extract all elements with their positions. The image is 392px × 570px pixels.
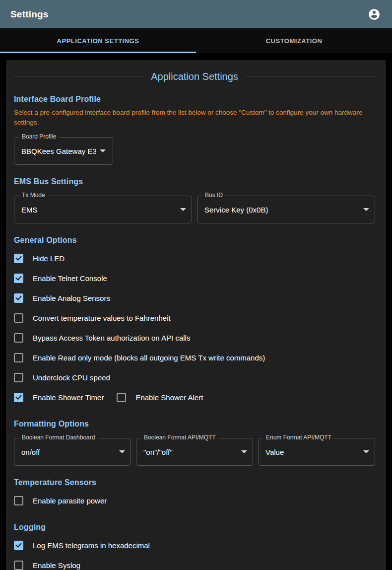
checkbox-shower-timer[interactable]: Enable Shower Timer bbox=[14, 393, 104, 402]
checkbox-icon bbox=[14, 496, 23, 505]
checkbox-icon bbox=[14, 561, 23, 570]
checkbox-icon bbox=[14, 541, 23, 550]
checkbox-icon bbox=[14, 333, 23, 343]
account-button[interactable] bbox=[364, 4, 384, 24]
enum-format-api-select[interactable]: Enum Format API/MQTT Value bbox=[258, 438, 375, 466]
checkbox-enable-telnet-console[interactable]: Enable Telnet Console bbox=[14, 274, 107, 283]
section-temperature-sensors-title: Temperature Sensors bbox=[14, 478, 375, 487]
checkbox-icon bbox=[14, 274, 23, 283]
boolean-format-api-value: "on"/"off" bbox=[143, 448, 173, 456]
checkbox-icon bbox=[14, 313, 23, 323]
section-interface-board-title: Interface Board Profile bbox=[14, 95, 375, 104]
divider-line bbox=[246, 76, 375, 77]
checkbox-convert-fahrenheit[interactable]: Convert temperature values to Fahrenheit bbox=[14, 313, 171, 323]
board-profile-value: BBQKees Gateway E32 bbox=[21, 147, 96, 155]
tx-mode-value: EMS bbox=[21, 206, 38, 214]
app-bar: Settings bbox=[0, 0, 392, 28]
boolean-format-api-label: Boolean Format API/MQTT bbox=[141, 434, 219, 441]
board-profile-label: Board Profile bbox=[19, 133, 59, 140]
divider-line bbox=[14, 76, 143, 77]
checkbox-underclock-cpu[interactable]: Underclock CPU speed bbox=[14, 373, 110, 382]
enum-format-api-label: Enum Format API/MQTT bbox=[263, 434, 334, 441]
checkbox-shower-alert[interactable]: Enable Shower Alert bbox=[117, 393, 203, 402]
section-general-options-title: General Options bbox=[14, 236, 375, 245]
tx-mode-select[interactable]: Tx Mode EMS bbox=[14, 196, 192, 223]
section-ems-bus-title: EMS Bus Settings bbox=[14, 177, 375, 186]
board-profile-select[interactable]: Board Profile BBQKees Gateway E32 bbox=[14, 137, 113, 165]
checkbox-icon bbox=[14, 293, 23, 303]
checkbox-read-only-mode[interactable]: Enable Read only mode (blocks all outgoi… bbox=[14, 353, 265, 362]
account-circle-icon bbox=[368, 8, 381, 21]
section-logging-title: Logging bbox=[14, 523, 375, 532]
checkbox-icon bbox=[14, 373, 23, 382]
checkbox-bypass-access-token[interactable]: Bypass Access Token authorization on API… bbox=[14, 333, 190, 343]
bus-id-value: Service Key (0x0B) bbox=[204, 206, 268, 214]
checkbox-log-hexadecimal[interactable]: Log EMS telegrams in hexadecimal bbox=[14, 541, 150, 550]
boolean-format-dashboard-label: Boolean Format Dashboard bbox=[19, 434, 98, 441]
dropdown-arrow-icon bbox=[100, 149, 106, 152]
interface-board-description: Select a pre-configured interface board … bbox=[14, 108, 375, 128]
tx-mode-label: Tx Mode bbox=[19, 192, 48, 199]
dropdown-arrow-icon bbox=[241, 450, 247, 453]
checkbox-icon bbox=[14, 393, 23, 402]
app-bar-title: Settings bbox=[10, 9, 49, 20]
dropdown-arrow-icon bbox=[180, 208, 186, 211]
boolean-format-api-select[interactable]: Boolean Format API/MQTT "on"/"off" bbox=[136, 438, 253, 466]
boolean-format-dashboard-select[interactable]: Boolean Format Dashboard on/off bbox=[14, 438, 131, 466]
bus-id-select[interactable]: Bus ID Service Key (0x0B) bbox=[197, 196, 375, 223]
card-heading: Application Settings bbox=[14, 71, 375, 82]
tab-application-settings[interactable]: APPLICATION SETTINGS bbox=[0, 28, 196, 53]
section-formatting-options-title: Formatting Options bbox=[14, 420, 375, 428]
enum-format-api-value: Value bbox=[265, 448, 284, 456]
dropdown-arrow-icon bbox=[119, 450, 125, 453]
checkbox-parasite-power[interactable]: Enable parasite power bbox=[14, 496, 107, 505]
checkbox-hide-led[interactable]: Hide LED bbox=[14, 254, 65, 263]
bus-id-label: Bus ID bbox=[202, 192, 226, 199]
checkbox-icon bbox=[14, 353, 23, 362]
checkbox-icon bbox=[14, 254, 23, 263]
card-heading-text: Application Settings bbox=[143, 71, 246, 82]
boolean-format-dashboard-value: on/off bbox=[21, 448, 40, 456]
tab-customization[interactable]: CUSTOMIZATION bbox=[196, 28, 392, 53]
settings-card: Application Settings Interface Board Pro… bbox=[6, 60, 386, 570]
dropdown-arrow-icon bbox=[363, 208, 369, 211]
checkbox-icon bbox=[117, 393, 126, 402]
checkbox-enable-syslog[interactable]: Enable Syslog bbox=[14, 561, 80, 570]
checkbox-enable-analog-sensors[interactable]: Enable Analog Sensors bbox=[14, 293, 110, 303]
tab-bar: APPLICATION SETTINGS CUSTOMIZATION bbox=[0, 28, 392, 53]
dropdown-arrow-icon bbox=[363, 450, 369, 453]
